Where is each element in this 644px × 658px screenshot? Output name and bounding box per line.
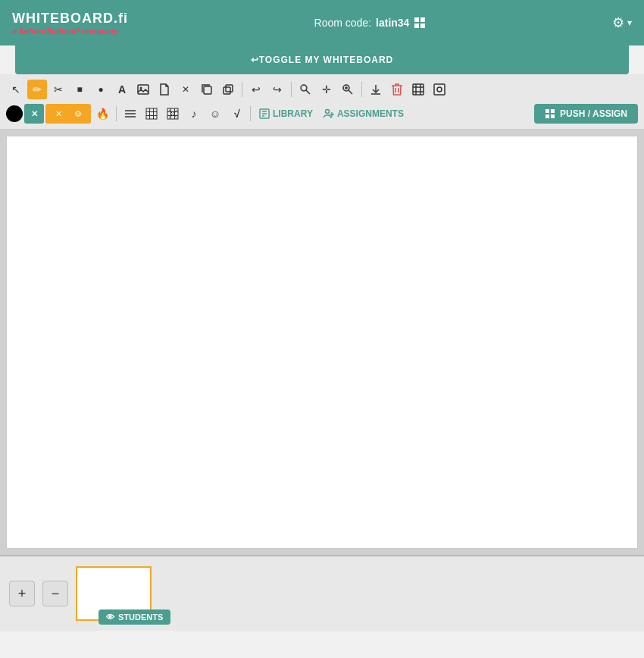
logo-sub-text: a — [12, 27, 17, 36]
svg-point-9 — [301, 85, 307, 91]
svg-rect-1 — [420, 17, 425, 22]
row2-sep1 — [116, 106, 117, 121]
students-button[interactable]: 👁 STUDENTS — [98, 609, 170, 625]
circle-tool[interactable]: ● — [91, 80, 111, 99]
kahoot-brand-name: kahoot! — [49, 27, 80, 36]
row2-sep2 — [250, 106, 251, 121]
students-label: STUDENTS — [118, 613, 163, 622]
canvas[interactable] — [6, 136, 638, 549]
separator3 — [361, 82, 362, 97]
svg-rect-48 — [546, 109, 549, 113]
add-page-button[interactable]: + — [9, 581, 35, 606]
svg-rect-24 — [434, 84, 445, 95]
svg-rect-0 — [414, 17, 419, 22]
toolbar-row2: ✕ ✕ ⚙ 🔥 — [6, 102, 638, 126]
toggle-label: TOGGLE MY WHITEBOARD — [259, 55, 394, 65]
color-black-tool[interactable] — [6, 105, 23, 122]
svg-point-25 — [437, 87, 442, 92]
room-code-value: latin34 — [376, 17, 409, 29]
copy-tool[interactable] — [197, 80, 217, 99]
kahoot-brand: kahoot! — [19, 27, 49, 36]
logo-area: WHITEBOARD.fi a kahoot!kahoot! company — [12, 11, 128, 36]
grid2-tool[interactable] — [163, 104, 183, 124]
cut-tool[interactable]: ✂ — [48, 80, 68, 99]
svg-rect-50 — [546, 114, 549, 118]
select-tool[interactable]: ↖ — [6, 80, 26, 99]
svg-rect-8 — [226, 85, 233, 92]
duplicate-tool[interactable] — [218, 80, 238, 99]
layers-tool[interactable] — [120, 104, 140, 124]
toggle-whiteboard-bar[interactable]: ↩ TOGGLE MY WHITEBOARD — [15, 45, 629, 74]
redo-tool[interactable]: ↪ — [267, 80, 287, 99]
zoom-area-tool[interactable] — [295, 80, 315, 99]
separator1 — [242, 82, 242, 97]
download-tool[interactable] — [366, 80, 386, 99]
undo-tool[interactable]: ↩ — [246, 80, 266, 99]
assignments-label: ASSIGNMENTS — [337, 108, 404, 119]
erase-settings-tool[interactable]: ⚙ — [68, 104, 88, 124]
header: WHITEBOARD.fi a kahoot!kahoot! company R… — [0, 0, 644, 45]
settings-area[interactable]: ⚙ ▾ — [612, 14, 632, 31]
svg-rect-4 — [138, 85, 148, 94]
file-tool[interactable] — [155, 80, 174, 99]
bottom-panel: + − 👁 STUDENTS — [0, 555, 644, 631]
toolbar-container: ↖ ✏ ✂ ■ ● A ✕ — [0, 74, 644, 130]
company-text: company — [82, 27, 118, 36]
toolbar-row2-left: ✕ ✕ ⚙ 🔥 — [6, 104, 408, 124]
svg-rect-7 — [224, 87, 230, 94]
trash-tool[interactable] — [387, 80, 407, 99]
gear-icon: ⚙ — [612, 14, 624, 31]
library-label: LIBRARY — [273, 108, 313, 119]
push-assign-label: PUSH / ASSIGN — [560, 108, 627, 119]
room-code-label: Room code: — [314, 17, 371, 29]
move-tool[interactable]: ✛ — [317, 80, 336, 99]
toolbar-row1: ↖ ✏ ✂ ■ ● A ✕ — [6, 77, 638, 102]
svg-rect-49 — [551, 109, 555, 113]
toggle-icon: ↩ — [251, 55, 259, 65]
formula-tool[interactable]: √ — [227, 104, 246, 124]
svg-rect-6 — [204, 86, 211, 94]
image-tool[interactable] — [133, 80, 153, 99]
svg-line-12 — [349, 90, 352, 94]
whiteboard-area — [0, 130, 644, 555]
svg-line-10 — [306, 90, 310, 94]
grid-icon — [414, 17, 426, 29]
separator2 — [291, 82, 292, 97]
remove-page-button[interactable]: − — [42, 581, 68, 606]
cross-tool[interactable]: ✕ — [176, 80, 195, 99]
settings-caret-icon: ▾ — [627, 17, 632, 28]
extra2-tool[interactable] — [430, 80, 449, 99]
text-tool[interactable]: A — [112, 80, 132, 99]
erase-cross-tool[interactable]: ✕ — [24, 104, 44, 124]
svg-rect-29 — [146, 108, 157, 119]
erase-x-tool[interactable]: ✕ — [48, 104, 68, 124]
pencil-tool[interactable]: ✏ — [27, 80, 47, 99]
svg-rect-3 — [420, 24, 425, 28]
extra1-tool[interactable] — [408, 80, 428, 99]
svg-rect-19 — [413, 84, 424, 95]
library-button[interactable]: LIBRARY — [255, 107, 317, 121]
rectangle-tool[interactable]: ■ — [70, 80, 89, 99]
logo-sub: a kahoot!kahoot! company — [12, 27, 128, 36]
zoom-in-tool[interactable] — [338, 80, 358, 99]
grid1-tool[interactable] — [142, 104, 161, 124]
music-tool[interactable]: ♪ — [184, 104, 204, 124]
svg-point-45 — [325, 110, 329, 114]
room-code-area: Room code: latin34 — [314, 17, 427, 29]
push-assign-button[interactable]: PUSH / ASSIGN — [534, 104, 638, 124]
svg-rect-51 — [551, 114, 555, 118]
logo-title: WHITEBOARD.fi — [12, 11, 128, 27]
eye-icon: 👁 — [106, 613, 114, 622]
svg-rect-2 — [414, 24, 419, 28]
fire-tool[interactable]: 🔥 — [92, 104, 112, 124]
assignments-button[interactable]: ASSIGNMENTS — [319, 107, 408, 121]
emoji-tool[interactable]: ☺ — [205, 104, 225, 124]
